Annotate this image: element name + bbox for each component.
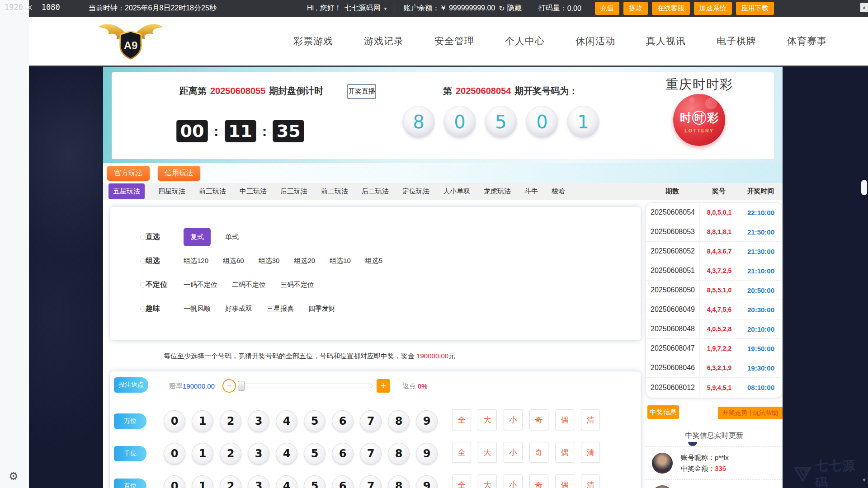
number-ball-1[interactable]: 1: [192, 475, 213, 488]
site-logo[interactable]: A9: [94, 19, 167, 63]
quick-全[interactable]: 全: [452, 442, 471, 463]
play-tab-定位玩法[interactable]: 定位玩法: [402, 187, 429, 196]
scroll-down-icon[interactable]: ▼: [860, 475, 868, 484]
rebate-plus-button[interactable]: +: [377, 379, 390, 393]
number-ball-4[interactable]: 4: [276, 475, 297, 488]
radio-dot[interactable]: [140, 306, 146, 312]
user-menu[interactable]: Hi , 您好！ 七七源码网 ▾: [307, 4, 387, 13]
number-ball-7[interactable]: 7: [360, 475, 382, 488]
play-option-好事成双[interactable]: 好事成双: [225, 305, 252, 313]
rebate-slider[interactable]: [238, 384, 373, 388]
number-ball-1[interactable]: 1: [192, 443, 213, 465]
topbar-button-充值[interactable]: 充值: [595, 2, 619, 15]
nav-item-游戏记录[interactable]: 游戏记录: [364, 35, 404, 47]
trend-help-links[interactable]: 开奖走势 | 玩法帮助: [718, 407, 783, 419]
quick-小[interactable]: 小: [504, 442, 523, 463]
nav-item-真人视讯[interactable]: 真人视讯: [646, 35, 686, 47]
quick-清[interactable]: 清: [581, 442, 600, 463]
play-tab-五星玩法[interactable]: 五星玩法: [108, 183, 145, 199]
play-option-单式[interactable]: 单式: [225, 233, 239, 241]
number-ball-3[interactable]: 3: [248, 475, 269, 488]
play-tab-斗牛[interactable]: 斗牛: [524, 187, 538, 196]
hide-balance-button[interactable]: 隐藏: [507, 4, 522, 13]
nav-item-体育赛事[interactable]: 体育赛事: [787, 35, 827, 47]
number-ball-0[interactable]: 0: [164, 443, 185, 465]
number-ball-4[interactable]: 4: [276, 410, 297, 432]
play-option-三码不定位[interactable]: 三码不定位: [280, 281, 314, 289]
mode-tab-官方玩法[interactable]: 官方玩法: [107, 166, 150, 181]
topbar-button-在线客服[interactable]: 在线客服: [652, 2, 690, 15]
number-ball-9[interactable]: 9: [416, 475, 438, 488]
number-ball-8[interactable]: 8: [388, 475, 410, 488]
number-ball-5[interactable]: 5: [304, 410, 326, 432]
live-draw-button[interactable]: 开奖直播: [347, 84, 376, 99]
quick-大[interactable]: 大: [478, 409, 497, 430]
play-tab-龙虎玩法[interactable]: 龙虎玩法: [484, 187, 511, 196]
number-ball-8[interactable]: 8: [388, 410, 410, 432]
radio-dot[interactable]: [140, 235, 146, 240]
quick-小[interactable]: 小: [504, 474, 523, 488]
play-tab-前二玩法[interactable]: 前二玩法: [321, 187, 348, 196]
number-ball-0[interactable]: 0: [164, 410, 185, 432]
number-ball-0[interactable]: 0: [164, 475, 185, 488]
nav-item-个人中心[interactable]: 个人中心: [505, 35, 545, 47]
play-tab-中三玩法[interactable]: 中三玩法: [240, 187, 267, 196]
number-ball-3[interactable]: 3: [248, 443, 269, 465]
quick-大[interactable]: 大: [478, 474, 497, 488]
number-ball-9[interactable]: 9: [416, 410, 438, 432]
play-option-一帆风顺[interactable]: 一帆风顺: [184, 305, 211, 313]
number-ball-8[interactable]: 8: [388, 443, 410, 465]
play-tab-前三玩法[interactable]: 前三玩法: [199, 187, 226, 196]
play-option-一码不定位[interactable]: 一码不定位: [184, 281, 217, 289]
nav-item-彩票游戏[interactable]: 彩票游戏: [293, 35, 333, 47]
scrollbar[interactable]: ▲ ▼: [860, 0, 868, 488]
quick-小[interactable]: 小: [504, 409, 523, 430]
refresh-icon[interactable]: ↻: [499, 4, 505, 13]
play-tab-后二玩法[interactable]: 后二玩法: [362, 187, 389, 196]
quick-奇[interactable]: 奇: [529, 409, 548, 430]
nav-item-电子棋牌[interactable]: 电子棋牌: [717, 35, 756, 47]
number-ball-2[interactable]: 2: [220, 475, 241, 488]
number-ball-2[interactable]: 2: [220, 443, 241, 465]
rebate-slider-handle[interactable]: [238, 381, 245, 391]
quick-奇[interactable]: 奇: [529, 442, 548, 463]
number-ball-5[interactable]: 5: [304, 443, 326, 465]
gear-icon[interactable]: ⚙: [9, 470, 19, 483]
play-option-四季发财[interactable]: 四季发财: [308, 305, 335, 313]
number-ball-6[interactable]: 6: [332, 410, 354, 432]
play-option-组选30[interactable]: 组选30: [259, 257, 280, 265]
quick-偶[interactable]: 偶: [555, 409, 574, 430]
quick-大[interactable]: 大: [478, 442, 497, 463]
quick-偶[interactable]: 偶: [555, 442, 574, 463]
play-tab-大小单双[interactable]: 大小单双: [443, 187, 470, 196]
play-option-复式[interactable]: 复式: [184, 228, 211, 246]
play-tab-后三玩法[interactable]: 后三玩法: [280, 187, 307, 196]
play-option-组选60[interactable]: 组选60: [223, 257, 244, 265]
scroll-up-icon[interactable]: ▲: [860, 3, 868, 12]
rebate-minus-button[interactable]: −: [222, 379, 236, 393]
topbar-button-应用下载[interactable]: 应用下载: [736, 2, 774, 15]
play-option-三星报喜[interactable]: 三星报喜: [267, 305, 294, 313]
mode-tab-信用玩法[interactable]: 信用玩法: [158, 166, 200, 181]
topbar-button-加速系统[interactable]: 加速系统: [694, 2, 732, 15]
radio-dot[interactable]: [140, 258, 146, 264]
nav-item-休闲活动[interactable]: 休闲活动: [576, 35, 615, 47]
play-option-组选10[interactable]: 组选10: [330, 257, 351, 265]
play-option-组选5[interactable]: 组选5: [365, 257, 382, 265]
topbar-button-提款[interactable]: 提款: [623, 2, 648, 15]
play-option-二码不定位[interactable]: 二码不定位: [232, 281, 266, 289]
number-ball-7[interactable]: 7: [360, 443, 382, 465]
number-ball-9[interactable]: 9: [416, 443, 438, 465]
play-option-组选120[interactable]: 组选120: [184, 257, 208, 265]
play-option-组选20[interactable]: 组选20: [294, 257, 315, 265]
number-ball-6[interactable]: 6: [332, 475, 354, 488]
number-ball-1[interactable]: 1: [192, 410, 213, 432]
number-ball-7[interactable]: 7: [360, 410, 382, 432]
quick-清[interactable]: 清: [581, 474, 600, 488]
number-ball-3[interactable]: 3: [248, 410, 269, 432]
quick-清[interactable]: 清: [581, 409, 600, 430]
number-ball-2[interactable]: 2: [220, 410, 241, 432]
number-ball-4[interactable]: 4: [276, 443, 297, 465]
number-ball-5[interactable]: 5: [304, 475, 326, 488]
quick-全[interactable]: 全: [452, 409, 471, 430]
